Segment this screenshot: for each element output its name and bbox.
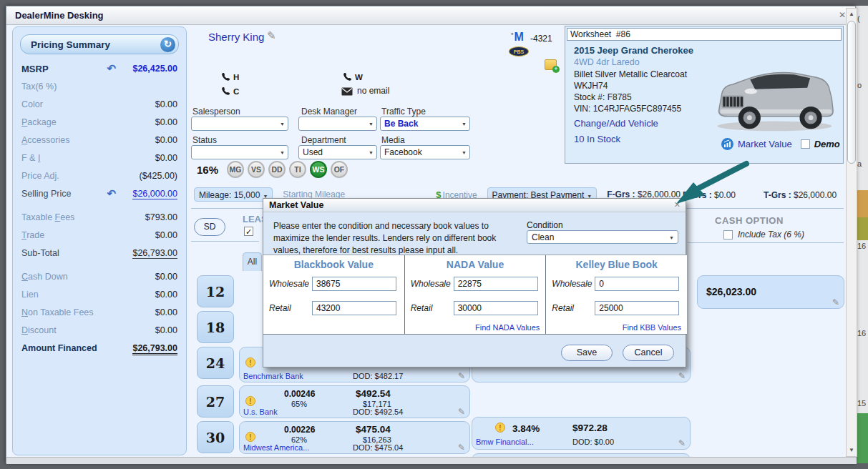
crm-m-icon[interactable]: M	[512, 31, 524, 44]
finance-payment-cell[interactable]: ! 3.84% $972.28 Bmw Financial... DOD: $0…	[472, 417, 691, 450]
pricing-row-label[interactable]: Price Adj.	[21, 171, 59, 181]
include-tax-checkbox[interactable]	[723, 230, 733, 240]
scroll-down-icon[interactable]: ▼	[847, 445, 857, 456]
retail-input[interactable]	[454, 301, 538, 315]
retail-input[interactable]	[312, 301, 396, 315]
retail-input[interactable]	[595, 301, 679, 315]
change-vehicle-link[interactable]: Change/Add Vehicle	[574, 118, 658, 129]
modal-close-icon[interactable]: ✕	[674, 200, 681, 209]
vehicle-panel: 2015 Jeep Grand Cherokee 4WD 4dr Laredo …	[565, 26, 844, 164]
pricing-row-label[interactable]: Lien	[21, 290, 39, 300]
worksheet-input[interactable]	[567, 28, 842, 41]
market-value-icon[interactable]	[721, 138, 733, 150]
pricing-row-value[interactable]: $26,000.00	[132, 189, 177, 199]
demo-checkbox[interactable]	[801, 139, 810, 149]
pricing-row-value[interactable]: $0.00	[155, 230, 177, 240]
status-select[interactable]: ▼	[191, 145, 288, 159]
pricing-row-label[interactable]: Package	[21, 117, 57, 127]
lender-name[interactable]: Benchmark Bank	[243, 372, 303, 380]
pricing-row-value[interactable]: $26,793.00	[132, 343, 177, 355]
salesperson-select[interactable]: ▼	[191, 117, 288, 131]
pricing-row-value[interactable]: $26,793.00	[132, 248, 177, 259]
pricing-row-label[interactable]: F & I	[21, 153, 40, 163]
pricing-row-value[interactable]: ($425.00)	[139, 171, 177, 181]
department-select[interactable]: Used▼	[298, 145, 377, 159]
save-button[interactable]: Save	[561, 345, 613, 361]
pricing-row-value[interactable]: $0.00	[155, 307, 177, 317]
edit-cell-icon[interactable]: ✎	[458, 443, 465, 453]
market-value-link[interactable]: Market Value	[738, 139, 792, 149]
pricing-row-label[interactable]: Taxable Fees	[21, 212, 74, 222]
undo-icon[interactable]: ↶	[107, 187, 116, 200]
pricing-row-value[interactable]: $26,425.00	[132, 64, 177, 74]
pricing-row-label[interactable]: Non Taxable Fees	[21, 307, 94, 317]
status-badge[interactable]: DD	[268, 161, 286, 178]
pricing-row-value[interactable]: $0.00	[155, 153, 177, 163]
scroll-up-icon[interactable]: ▲	[847, 9, 857, 20]
edit-cell-icon[interactable]: ✎	[678, 438, 686, 448]
pricing-row-value[interactable]: $0.00	[155, 117, 177, 127]
wholesale-input[interactable]	[595, 277, 679, 291]
add-note-icon[interactable]	[545, 59, 557, 70]
edit-customer-icon[interactable]: ✎	[267, 29, 276, 42]
scrollbar-thumb[interactable]	[847, 21, 856, 164]
in-stock-link[interactable]: 10 In Stock	[574, 134, 620, 144]
find-values-link[interactable]: Find KBB Values	[623, 323, 681, 332]
wholesale-input[interactable]	[312, 277, 396, 291]
edit-cell-icon[interactable]: ✎	[832, 297, 839, 307]
wholesale-input[interactable]	[454, 277, 538, 291]
status-badge[interactable]: WS	[310, 161, 327, 178]
pbs-badge[interactable]: PBS	[509, 46, 529, 56]
status-badge[interactable]: TI	[289, 161, 306, 178]
status-badge[interactable]: MG	[227, 161, 244, 178]
status-badge[interactable]: VS	[248, 161, 265, 178]
lease-checkbox[interactable]: ✓	[244, 227, 253, 236]
condition-select[interactable]: Clean▼	[527, 230, 678, 244]
pricing-row-label[interactable]: Tax(6 %)	[21, 82, 57, 92]
pricing-row-label[interactable]: Color	[21, 99, 43, 109]
all-lenders-tab[interactable]: All	[243, 252, 262, 271]
pricing-row-value[interactable]: $0.00	[155, 99, 177, 109]
lender-name[interactable]: U.s. Bank	[243, 408, 278, 416]
pricing-row-label[interactable]: Selling Price	[21, 189, 71, 199]
pricing-row-value[interactable]: $0.00	[155, 135, 177, 145]
sd-button[interactable]: SD	[194, 218, 225, 236]
desk-manager-select[interactable]: ▼	[298, 117, 377, 131]
undo-icon[interactable]: ↶	[107, 62, 116, 75]
find-values-link[interactable]: Find NADA Values	[475, 323, 540, 332]
pricing-row-label[interactable]: Trade	[21, 230, 44, 240]
edit-cell-icon[interactable]: ✎	[458, 407, 465, 417]
term-button[interactable]: 12	[197, 275, 234, 307]
term-button[interactable]: 24	[197, 347, 234, 379]
pricing-row-value[interactable]: $0.00	[155, 325, 177, 335]
cancel-button[interactable]: Cancel	[623, 345, 674, 361]
pricing-row-label[interactable]: Cash Down	[21, 272, 68, 282]
mileage-dropdown[interactable]: Mileage: 15,000▼	[194, 187, 273, 202]
pricing-row-label[interactable]: MSRP	[21, 64, 49, 74]
pricing-row-value[interactable]: $0.00	[155, 272, 177, 282]
cash-amount: $26,023.00	[706, 286, 756, 297]
pricing-row-label[interactable]: Amount Financed	[21, 343, 97, 353]
term-button[interactable]: 18	[197, 311, 234, 343]
media-select[interactable]: Facebook▼	[380, 145, 470, 159]
lender-name[interactable]: Bmw Financial...	[476, 438, 534, 446]
status-badge[interactable]: OF	[331, 161, 348, 178]
cash-option-cell[interactable]: $26,023.00 ✎	[697, 275, 844, 309]
vertical-scrollbar[interactable]: ▲ ▼	[846, 8, 857, 457]
lender-name[interactable]: Midwest America...	[243, 443, 309, 452]
pricing-row-value[interactable]: $793.00	[145, 212, 177, 222]
lease-payment-cell[interactable]: ! 0.00226 62% $475.04 $16,263 Midwest Am…	[239, 421, 470, 454]
pricing-row-value[interactable]: $0.00	[155, 290, 177, 300]
lease-payment-cell[interactable]: ! 0.00246 65% $492.54 $17,171 U.s. Bank …	[239, 385, 470, 418]
traffic-type-select[interactable]: Be Back▼	[380, 117, 470, 131]
term-button[interactable]: 30	[197, 421, 234, 453]
edit-cell-icon[interactable]: ✎	[458, 371, 465, 381]
term-button[interactable]: 27	[197, 385, 234, 418]
phone-cell: C	[221, 87, 239, 96]
chevron-down-icon: ▼	[462, 122, 467, 127]
pricing-row-label[interactable]: Accessories	[21, 135, 69, 145]
refresh-icon[interactable]: ↻	[160, 37, 175, 52]
pricing-row-label[interactable]: Sub-Total	[21, 248, 59, 258]
pricing-row-label[interactable]: Discount	[21, 325, 57, 335]
edit-cell-icon[interactable]: ✎	[678, 371, 686, 381]
